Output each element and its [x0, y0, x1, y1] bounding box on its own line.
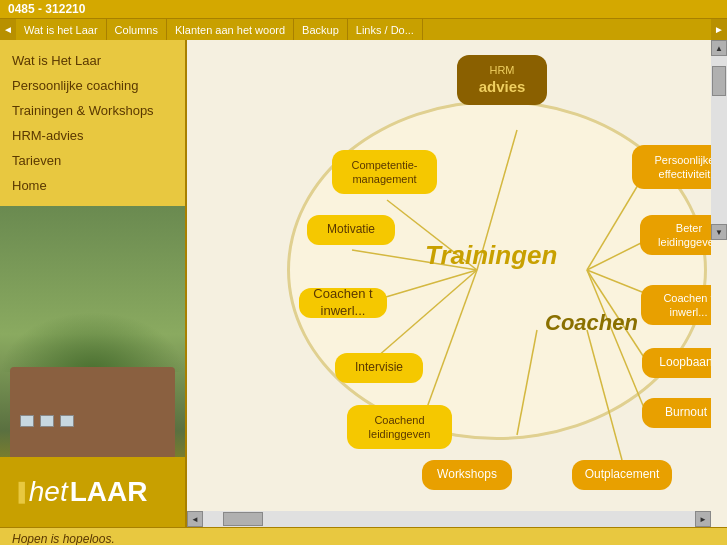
nav-tab-4[interactable]: Links / Do... [348, 19, 423, 41]
window [20, 415, 34, 427]
node-motivatie[interactable]: Motivatie [307, 215, 395, 245]
scroll-left-button[interactable]: ◄ [187, 511, 203, 527]
nav-scroll-right[interactable]: ► [711, 19, 727, 41]
node-teams[interactable]: Coachen t inwerl... [299, 288, 387, 318]
content-area: ▲ ▼ ◄ ► [185, 40, 727, 527]
nav-tab-0[interactable]: Wat is het Laar [16, 19, 107, 41]
sidebar-item-4[interactable]: Tarieven [0, 148, 185, 173]
scroll-down-button[interactable]: ▼ [711, 224, 727, 240]
node-outplacement[interactable]: Outplacement [572, 460, 672, 490]
node-workshops[interactable]: Workshops [422, 460, 512, 490]
logo-area: ▐ het LAAR [0, 457, 185, 527]
sidebar-item-3[interactable]: HRM-advies [0, 123, 185, 148]
scroll-right-button[interactable]: ► [695, 511, 711, 527]
mindmap: HRM advies Trainingen Coachen Competenti… [187, 40, 711, 511]
trees-decoration [0, 312, 185, 372]
node-trainingen: Trainingen [417, 235, 565, 277]
scroll-up-button[interactable]: ▲ [711, 40, 727, 56]
node-intervisie[interactable]: Intervisie [335, 353, 423, 383]
sidebar-item-0[interactable]: Wat is Het Laar [0, 48, 185, 73]
logo-het: het [29, 476, 68, 508]
node-loopbaan[interactable]: Loopbaan [642, 348, 711, 378]
vertical-scrollbar[interactable]: ▲ ▼ [711, 40, 727, 240]
node-competentie[interactable]: Competentie-management [332, 150, 437, 194]
node-coachend-leidinggeven[interactable]: Coachendleidinggeven [347, 405, 452, 449]
scroll-thumb[interactable] [712, 66, 726, 96]
phone-number: 0485 - 312210 [8, 2, 85, 16]
nav-tabs: Wat is het LaarColumnsKlanten aan het wo… [16, 19, 711, 41]
nav-tab-3[interactable]: Backup [294, 19, 348, 41]
nav-tab-1[interactable]: Columns [107, 19, 167, 41]
nav-scroll-left[interactable]: ◄ [0, 19, 16, 41]
node-hrm-advies[interactable]: HRM advies [457, 55, 547, 105]
sidebar-menu: Wat is Het LaarPersoonlijke coachingTrai… [0, 40, 185, 206]
node-beter-leidinggeven[interactable]: Beterleidinggeven [640, 215, 711, 255]
node-burnout[interactable]: Burnout [642, 398, 711, 428]
sidebar-item-2[interactable]: Trainingen & Workshops [0, 98, 185, 123]
footer: Hopen is hopeloos. [0, 527, 727, 545]
window [40, 415, 54, 427]
window [60, 415, 74, 427]
main-layout: Wat is Het LaarPersoonlijke coachingTrai… [0, 40, 727, 527]
sidebar-item-5[interactable]: Home [0, 173, 185, 198]
sidebar-item-1[interactable]: Persoonlijke coaching [0, 73, 185, 98]
nav-tab-2[interactable]: Klanten aan het woord [167, 19, 294, 41]
footer-tagline: Hopen is hopeloos. [12, 532, 115, 546]
h-scroll-thumb[interactable] [223, 512, 263, 526]
building-windows [20, 415, 74, 427]
h-scroll-track [203, 511, 695, 527]
logo-laar: LAAR [70, 476, 148, 508]
sidebar: Wat is Het LaarPersoonlijke coachingTrai… [0, 40, 185, 527]
nav-bar: ◄ Wat is het LaarColumnsKlanten aan het … [0, 18, 727, 40]
logo-icon: ▐ [12, 482, 25, 503]
node-coachen: Coachen [537, 305, 646, 342]
node-persoonlijke[interactable]: Persoonlijkeeffectiviteit [632, 145, 711, 189]
scroll-track [711, 56, 727, 224]
horizontal-scrollbar[interactable]: ◄ ► [187, 511, 711, 527]
top-bar: 0485 - 312210 [0, 0, 727, 18]
node-coachen-inwerking[interactable]: Coachen tinwerl... [641, 285, 711, 325]
